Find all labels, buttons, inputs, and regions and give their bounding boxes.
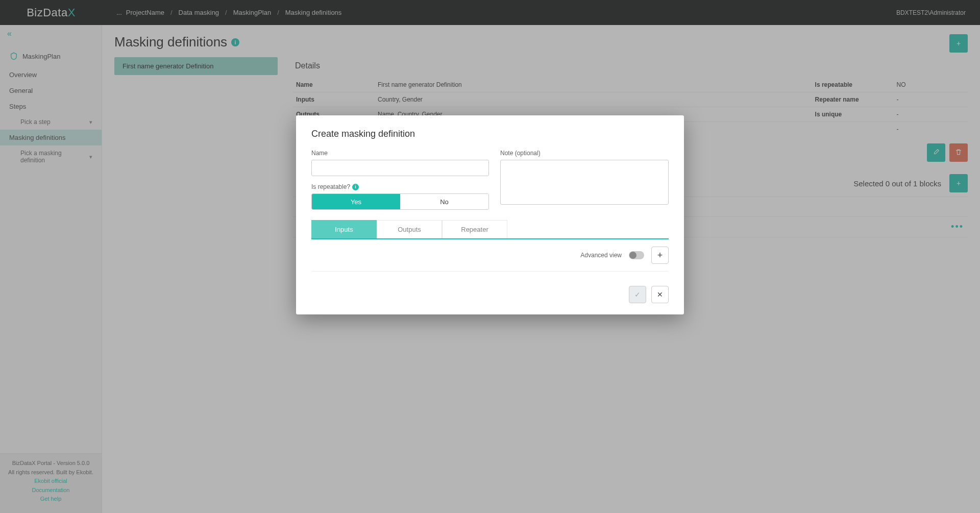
modal-title: Create masking definition — [311, 129, 669, 139]
create-masking-definition-modal: Create masking definition Name Is repeat… — [296, 115, 684, 314]
advanced-view-toggle[interactable] — [629, 251, 644, 259]
is-repeatable-no-button[interactable]: No — [400, 194, 488, 209]
name-input[interactable] — [311, 160, 489, 176]
cancel-button[interactable]: ✕ — [651, 286, 669, 303]
tab-repeater[interactable]: Repeater — [442, 220, 507, 238]
tab-inputs[interactable]: Inputs — [311, 220, 377, 238]
tab-outputs[interactable]: Outputs — [377, 220, 442, 238]
info-icon[interactable]: i — [352, 184, 359, 190]
check-icon: ✓ — [634, 290, 641, 299]
close-icon: ✕ — [657, 290, 663, 299]
is-repeatable-yes-button[interactable]: Yes — [312, 194, 400, 209]
is-repeatable-label: Is repeatable? i — [311, 183, 489, 190]
add-input-button[interactable]: + — [651, 247, 669, 264]
plus-icon: + — [657, 250, 663, 261]
is-repeatable-label-text: Is repeatable? — [311, 183, 350, 190]
note-textarea[interactable] — [500, 160, 669, 205]
modal-overlay[interactable]: Create masking definition Name Is repeat… — [0, 0, 980, 513]
advanced-view-label: Advanced view — [580, 252, 622, 259]
name-label: Name — [311, 150, 489, 157]
confirm-button[interactable]: ✓ — [629, 286, 646, 303]
modal-tabs: Inputs Outputs Repeater — [311, 220, 669, 239]
note-label: Note (optional) — [500, 150, 669, 157]
is-repeatable-toggle: Yes No — [311, 193, 489, 210]
